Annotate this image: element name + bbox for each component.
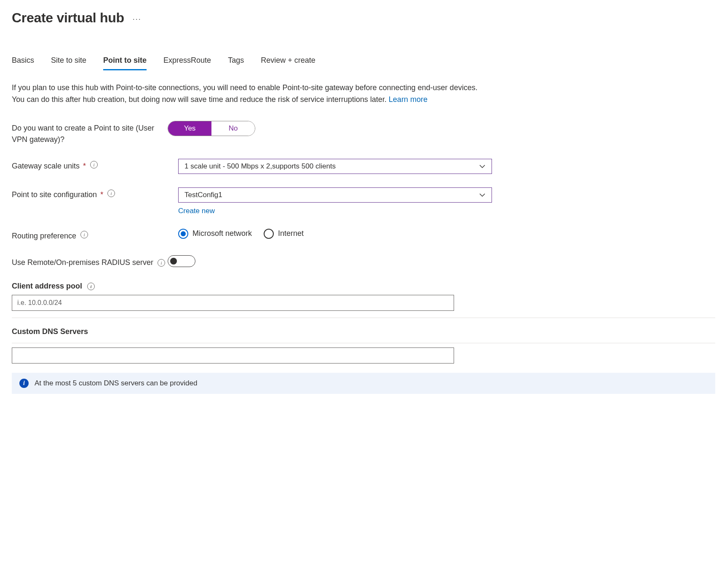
custom-dns-title: Custom DNS Servers [12, 327, 715, 336]
gateway-scale-label: Gateway scale units * i [12, 159, 178, 172]
dns-info-banner: i At the most 5 custom DNS servers can b… [12, 373, 715, 394]
gateway-scale-dropdown[interactable]: 1 scale unit - 500 Mbps x 2,supports 500… [178, 159, 492, 174]
p2s-config-value: TestConfig1 [184, 191, 222, 199]
radio-checked-icon [178, 229, 188, 239]
gateway-scale-value: 1 scale unit - 500 Mbps x 2,supports 500… [184, 162, 336, 171]
intro-text: If you plan to use this hub with Point-t… [12, 82, 492, 106]
dns-info-text: At the most 5 custom DNS servers can be … [35, 379, 197, 388]
info-icon[interactable]: i [107, 190, 115, 197]
p2s-gateway-toggle[interactable]: Yes No [168, 121, 255, 136]
info-icon[interactable]: i [87, 283, 95, 290]
info-icon[interactable]: i [158, 259, 165, 267]
radio-unchecked-icon [264, 229, 274, 239]
p2s-yes-option[interactable]: Yes [168, 121, 211, 136]
learn-more-link[interactable]: Learn more [389, 95, 428, 104]
p2s-no-option[interactable]: No [211, 121, 255, 136]
divider [12, 318, 715, 318]
custom-dns-input[interactable] [12, 347, 454, 363]
routing-pref-microsoft-label: Microsoft network [192, 229, 252, 238]
p2s-config-dropdown[interactable]: TestConfig1 [178, 187, 492, 203]
chevron-down-icon [479, 163, 486, 170]
chevron-down-icon [479, 192, 486, 198]
routing-pref-label: Routing preference i [12, 229, 178, 242]
tab-expressroute[interactable]: ExpressRoute [163, 56, 211, 70]
routing-pref-internet[interactable]: Internet [264, 229, 304, 239]
page-header: Create virtual hub ··· [12, 10, 715, 26]
tab-basics[interactable]: Basics [12, 56, 34, 70]
routing-pref-radio-group: Microsoft network Internet [178, 229, 492, 239]
tab-review-create[interactable]: Review + create [261, 56, 315, 70]
more-actions-icon[interactable]: ··· [133, 12, 142, 24]
routing-pref-internet-label: Internet [278, 229, 304, 238]
remote-radius-toggle[interactable] [168, 255, 195, 267]
tab-tags[interactable]: Tags [228, 56, 244, 70]
routing-pref-microsoft[interactable]: Microsoft network [178, 229, 252, 239]
p2s-gateway-label: Do you want to create a Point to site (U… [12, 121, 168, 145]
tab-bar: Basics Site to site Point to site Expres… [12, 56, 715, 70]
client-address-pool-title: Client address pool i [12, 282, 715, 291]
p2s-config-label: Point to site configuration * i [12, 187, 178, 200]
tab-site-to-site[interactable]: Site to site [51, 56, 86, 70]
divider [12, 343, 715, 343]
tab-point-to-site[interactable]: Point to site [103, 56, 147, 70]
required-star: * [100, 189, 103, 200]
remote-radius-label: Use Remote/On-premises RADIUS server i [12, 255, 168, 268]
page-title: Create virtual hub [12, 10, 124, 26]
client-address-pool-input[interactable] [12, 295, 454, 311]
required-star: * [83, 160, 86, 172]
info-icon[interactable]: i [80, 231, 88, 238]
info-icon[interactable]: i [90, 161, 98, 168]
create-new-link[interactable]: Create new [178, 207, 215, 215]
info-icon: i [19, 379, 29, 388]
